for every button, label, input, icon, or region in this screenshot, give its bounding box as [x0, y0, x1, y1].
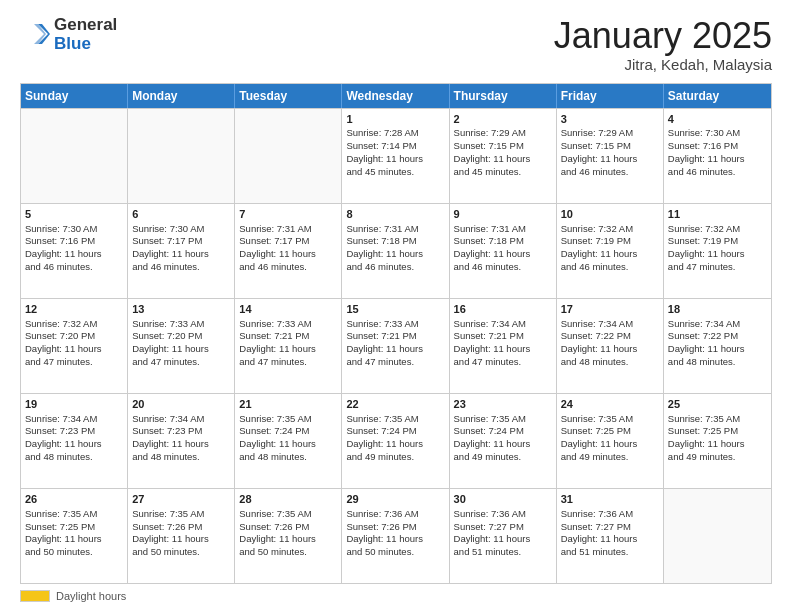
empty-cell-0-0	[21, 109, 128, 203]
day-info-line: Sunset: 7:25 PM	[25, 521, 123, 534]
day-info-line: Daylight: 11 hours	[25, 438, 123, 451]
calendar-row-0: 1Sunrise: 7:28 AMSunset: 7:14 PMDaylight…	[21, 108, 771, 203]
calendar-row-4: 26Sunrise: 7:35 AMSunset: 7:25 PMDayligh…	[21, 488, 771, 583]
day-info-line: Daylight: 11 hours	[454, 248, 552, 261]
day-info-line: Sunrise: 7:31 AM	[239, 223, 337, 236]
day-info-line: Sunset: 7:23 PM	[25, 425, 123, 438]
day-number: 20	[132, 397, 230, 412]
empty-cell-0-1	[128, 109, 235, 203]
day-info-line: Sunset: 7:17 PM	[239, 235, 337, 248]
empty-cell-0-2	[235, 109, 342, 203]
day-info-line: Sunrise: 7:36 AM	[346, 508, 444, 521]
day-info-line: Sunset: 7:18 PM	[346, 235, 444, 248]
calendar-header: SundayMondayTuesdayWednesdayThursdayFrid…	[21, 84, 771, 108]
day-info-line: Sunrise: 7:35 AM	[668, 413, 767, 426]
footer: Daylight hours	[20, 590, 772, 602]
day-number: 6	[132, 207, 230, 222]
day-info-line: Sunrise: 7:33 AM	[132, 318, 230, 331]
day-info-line: Sunset: 7:20 PM	[132, 330, 230, 343]
day-info-line: and 51 minutes.	[561, 546, 659, 559]
day-info-line: Daylight: 11 hours	[239, 343, 337, 356]
day-info-line: Sunrise: 7:32 AM	[561, 223, 659, 236]
day-info-line: Daylight: 11 hours	[454, 533, 552, 546]
day-info-line: and 48 minutes.	[25, 451, 123, 464]
day-info-line: Sunrise: 7:35 AM	[239, 413, 337, 426]
day-cell-13: 13Sunrise: 7:33 AMSunset: 7:20 PMDayligh…	[128, 299, 235, 393]
day-number: 24	[561, 397, 659, 412]
day-info-line: Daylight: 11 hours	[454, 153, 552, 166]
day-info-line: Daylight: 11 hours	[346, 533, 444, 546]
day-info-line: and 47 minutes.	[346, 356, 444, 369]
day-info-line: Sunrise: 7:34 AM	[561, 318, 659, 331]
logo-blue-text: Blue	[54, 35, 117, 54]
day-number: 22	[346, 397, 444, 412]
day-cell-7: 7Sunrise: 7:31 AMSunset: 7:17 PMDaylight…	[235, 204, 342, 298]
header-day-thursday: Thursday	[450, 84, 557, 108]
day-info-line: Sunset: 7:26 PM	[132, 521, 230, 534]
day-info-line: Sunrise: 7:34 AM	[668, 318, 767, 331]
day-info-line: and 48 minutes.	[239, 451, 337, 464]
day-info-line: Sunrise: 7:33 AM	[346, 318, 444, 331]
logo-text: General Blue	[54, 16, 117, 53]
day-info-line: Sunrise: 7:34 AM	[132, 413, 230, 426]
day-info-line: Daylight: 11 hours	[25, 343, 123, 356]
header: General Blue January 2025 Jitra, Kedah, …	[20, 16, 772, 73]
day-info-line: Sunset: 7:24 PM	[346, 425, 444, 438]
day-number: 17	[561, 302, 659, 317]
day-cell-10: 10Sunrise: 7:32 AMSunset: 7:19 PMDayligh…	[557, 204, 664, 298]
day-info-line: and 46 minutes.	[454, 261, 552, 274]
day-info-line: Sunrise: 7:36 AM	[454, 508, 552, 521]
day-number: 28	[239, 492, 337, 507]
day-cell-2: 2Sunrise: 7:29 AMSunset: 7:15 PMDaylight…	[450, 109, 557, 203]
calendar-row-3: 19Sunrise: 7:34 AMSunset: 7:23 PMDayligh…	[21, 393, 771, 488]
day-info-line: and 46 minutes.	[239, 261, 337, 274]
day-info-line: Sunrise: 7:35 AM	[25, 508, 123, 521]
day-cell-4: 4Sunrise: 7:30 AMSunset: 7:16 PMDaylight…	[664, 109, 771, 203]
day-info-line: Sunrise: 7:35 AM	[239, 508, 337, 521]
day-info-line: Sunset: 7:17 PM	[132, 235, 230, 248]
day-cell-22: 22Sunrise: 7:35 AMSunset: 7:24 PMDayligh…	[342, 394, 449, 488]
header-day-sunday: Sunday	[21, 84, 128, 108]
calendar-body: 1Sunrise: 7:28 AMSunset: 7:14 PMDaylight…	[21, 108, 771, 583]
empty-cell-4-6	[664, 489, 771, 583]
day-info-line: and 46 minutes.	[25, 261, 123, 274]
day-info-line: and 49 minutes.	[668, 451, 767, 464]
header-day-tuesday: Tuesday	[235, 84, 342, 108]
day-info-line: Sunset: 7:21 PM	[346, 330, 444, 343]
header-day-wednesday: Wednesday	[342, 84, 449, 108]
day-number: 31	[561, 492, 659, 507]
day-info-line: Sunset: 7:19 PM	[561, 235, 659, 248]
day-info-line: and 47 minutes.	[454, 356, 552, 369]
day-info-line: Sunrise: 7:31 AM	[346, 223, 444, 236]
day-info-line: Sunrise: 7:35 AM	[454, 413, 552, 426]
day-info-line: and 50 minutes.	[25, 546, 123, 559]
day-info-line: Daylight: 11 hours	[668, 343, 767, 356]
day-cell-9: 9Sunrise: 7:31 AMSunset: 7:18 PMDaylight…	[450, 204, 557, 298]
day-info-line: and 48 minutes.	[132, 451, 230, 464]
day-info-line: Sunrise: 7:32 AM	[25, 318, 123, 331]
day-info-line: Sunrise: 7:34 AM	[25, 413, 123, 426]
day-number: 27	[132, 492, 230, 507]
day-number: 5	[25, 207, 123, 222]
day-info-line: and 48 minutes.	[561, 356, 659, 369]
day-info-line: Daylight: 11 hours	[132, 248, 230, 261]
day-info-line: Sunset: 7:24 PM	[239, 425, 337, 438]
day-number: 30	[454, 492, 552, 507]
day-info-line: Sunrise: 7:30 AM	[132, 223, 230, 236]
day-info-line: Sunset: 7:21 PM	[454, 330, 552, 343]
day-info-line: and 46 minutes.	[132, 261, 230, 274]
day-cell-5: 5Sunrise: 7:30 AMSunset: 7:16 PMDaylight…	[21, 204, 128, 298]
day-info-line: and 45 minutes.	[346, 166, 444, 179]
day-cell-29: 29Sunrise: 7:36 AMSunset: 7:26 PMDayligh…	[342, 489, 449, 583]
day-info-line: and 46 minutes.	[668, 166, 767, 179]
title-month: January 2025	[554, 16, 772, 56]
day-info-line: and 50 minutes.	[346, 546, 444, 559]
day-info-line: Daylight: 11 hours	[561, 248, 659, 261]
day-cell-1: 1Sunrise: 7:28 AMSunset: 7:14 PMDaylight…	[342, 109, 449, 203]
day-info-line: and 50 minutes.	[132, 546, 230, 559]
day-info-line: Daylight: 11 hours	[239, 533, 337, 546]
logo-icon	[20, 20, 50, 50]
day-number: 14	[239, 302, 337, 317]
day-cell-24: 24Sunrise: 7:35 AMSunset: 7:25 PMDayligh…	[557, 394, 664, 488]
day-number: 19	[25, 397, 123, 412]
